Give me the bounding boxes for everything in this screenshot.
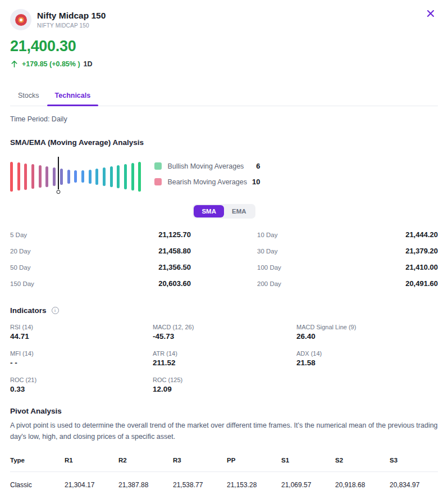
gauge-bar (31, 164, 34, 189)
sma-period-label: 20 Day (10, 248, 30, 255)
sma-row: 10 Day 21,444.20 (257, 226, 438, 243)
pivot-cell: 21,538.77 (173, 472, 227, 492)
gauge-bar (24, 164, 27, 190)
indicator-label: ATR (14) (153, 350, 296, 357)
gauge-bar (45, 166, 48, 187)
sma-section-heading: SMA/EMA (Moving Average) Analysis (10, 138, 438, 147)
sma-value: 21,379.20 (405, 247, 438, 255)
indicator-value: 26.40 (296, 332, 438, 341)
sma-row: 20 Day 21,458.80 (10, 243, 191, 259)
indicator-cell: ATR (14) 211.52 (153, 350, 296, 367)
bullish-swatch-icon (154, 162, 162, 170)
pivot-table: Type R1 R2 R3 PP S1 S2 S3 Classic 21,304… (10, 453, 438, 492)
indicator-cell: ROC (21) 0.33 (10, 376, 153, 393)
indicator-cell: MACD Signal Line (9) 26.40 (296, 324, 438, 341)
indicator-value: - - (10, 359, 153, 367)
indicator-cell: RSI (14) 44.71 (10, 324, 153, 341)
indicator-value: 21.58 (296, 359, 438, 367)
indicators-grid: RSI (14) 44.71 MACD (12, 26) -45.73 MACD… (10, 324, 438, 393)
gauge-bar (39, 165, 42, 188)
indicator-value: 211.52 (153, 359, 296, 367)
technicals-panel: Nifty Midcap 150 NIFTY MIDCAP 150 21,400… (0, 0, 448, 499)
sma-period-label: 100 Day (257, 264, 281, 271)
nse-index-logo-icon (15, 14, 27, 26)
gauge-bar (89, 170, 92, 184)
indicators-heading-row: Indicators i (10, 306, 438, 315)
pivot-description: A pivot point is used to determine the o… (10, 420, 438, 442)
sma-period-label: 150 Day (10, 280, 34, 287)
pivot-col-header: R1 (65, 453, 118, 471)
pivot-cell: 21,304.17 (65, 472, 118, 492)
indicator-value: 44.71 (10, 332, 153, 341)
indicator-value: -45.73 (153, 332, 296, 341)
gauge-bar (53, 167, 56, 186)
sma-value: 21,410.00 (405, 263, 438, 271)
indicator-cell-empty (296, 376, 438, 393)
gauge-needle (58, 157, 59, 189)
pivot-col-header: PP (227, 453, 281, 471)
instrument-header: Nifty Midcap 150 NIFTY MIDCAP 150 (10, 0, 438, 30)
pivot-col-header: R2 (118, 453, 173, 471)
pivot-cell: 21,387.88 (118, 472, 173, 492)
sma-row: 5 Day 21,125.70 (10, 226, 191, 243)
gauge-bar (95, 169, 98, 185)
last-price: 21,400.30 (10, 38, 438, 55)
tab-technicals[interactable]: Technicals (47, 86, 99, 106)
price-change-row: +179.85 (+0.85% ) 1D (10, 60, 438, 68)
gauge-bar (67, 170, 70, 184)
sma-row: 100 Day 21,410.00 (257, 259, 438, 275)
sma-row: 50 Day 21,356.50 (10, 259, 191, 275)
ma-gauge-bars (10, 159, 141, 194)
change-period: 1D (84, 60, 93, 68)
indicator-value: 0.33 (10, 385, 153, 393)
arrow-up-icon (10, 60, 19, 68)
legend-bearish: Bearish Moving Averages 10 (154, 178, 260, 186)
indicator-label: ADX (14) (296, 350, 438, 357)
instrument-symbol: NIFTY MIDCAP 150 (37, 22, 106, 29)
sma-ema-toggle-row: SMA EMA (10, 204, 438, 219)
close-button[interactable] (424, 7, 437, 20)
legend-bearish-label: Bearish Moving Averages (167, 178, 248, 186)
bearish-swatch-icon (154, 178, 162, 185)
pivot-cell: 20,918.68 (335, 472, 390, 492)
gauge-bar (60, 169, 63, 185)
sma-value: 20,491.60 (405, 279, 438, 288)
gauge-bar (138, 162, 141, 192)
pivot-cell: 21,153.28 (227, 472, 281, 492)
indicator-cell: ADX (14) 21.58 (296, 350, 438, 367)
sma-row: 30 Day 21,379.20 (257, 243, 438, 259)
pivot-col-header: S3 (390, 453, 438, 471)
indicator-label: RSI (14) (10, 324, 153, 330)
sma-period-label: 30 Day (257, 248, 277, 255)
tab-stocks[interactable]: Stocks (10, 86, 47, 106)
toggle-sma[interactable]: SMA (194, 205, 224, 217)
pivot-cell: Classic (10, 472, 65, 492)
ma-gauge-row: Bullish Moving Averages 6 Bearish Moving… (10, 159, 438, 194)
sma-period-label: 200 Day (257, 280, 281, 287)
toggle-ema[interactable]: EMA (224, 205, 254, 217)
gauge-needle-marker (57, 190, 61, 194)
sma-value: 21,356.50 (158, 263, 191, 271)
close-icon (426, 9, 435, 18)
sma-value: 21,444.20 (405, 230, 438, 239)
pivot-header-row: Type R1 R2 R3 PP S1 S2 S3 (10, 453, 438, 471)
indicator-label: MACD (12, 26) (153, 324, 296, 330)
price-change: +179.85 (+0.85% ) (22, 60, 80, 68)
pivot-col-header: R3 (173, 453, 227, 471)
ma-legend: Bullish Moving Averages 6 Bearish Moving… (154, 162, 260, 186)
table-row: Classic 21,304.17 21,387.88 21,538.77 21… (10, 472, 438, 492)
sma-value: 20,603.60 (158, 279, 191, 288)
gauge-bar (17, 162, 20, 190)
indicator-cell: MACD (12, 26) -45.73 (153, 324, 296, 341)
info-icon[interactable]: i (52, 307, 59, 314)
indicator-label: ROC (21) (10, 376, 153, 383)
indicator-cell: ROC (125) 12.09 (153, 376, 296, 393)
sma-period-label: 5 Day (10, 232, 27, 238)
pivot-col-header: Type (10, 453, 65, 471)
indicator-cell: MFI (14) - - (10, 350, 153, 367)
sma-values-grid: 5 Day 21,125.70 10 Day 21,444.20 20 Day … (10, 226, 438, 292)
page-title: Nifty Midcap 150 (37, 11, 106, 21)
legend-bullish-label: Bullish Moving Averages (167, 162, 248, 170)
sma-period-label: 50 Day (10, 264, 30, 271)
gauge-bar (124, 164, 127, 189)
